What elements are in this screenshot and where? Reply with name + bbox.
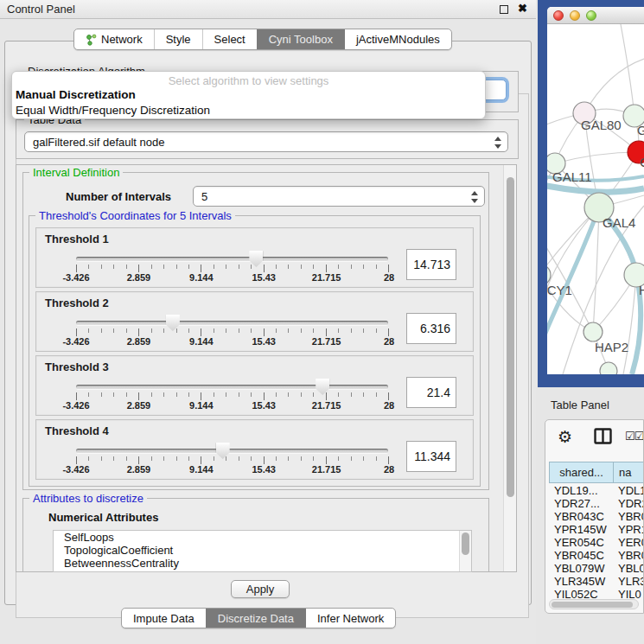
table-row[interactable]: YER054CYER0	[549, 536, 644, 549]
tab-select[interactable]: Select	[202, 29, 257, 49]
table-panel-window: ⚙ ☑☑ shared... na YDL19...YDL1 YDR27...Y…	[545, 419, 644, 614]
tab-infer-network[interactable]: Infer Network	[305, 609, 395, 628]
tab-jactivemnodules[interactable]: jActiveMNodules	[344, 29, 451, 49]
node[interactable]	[600, 362, 617, 374]
num-intervals-label: Number of Intervals	[66, 190, 171, 203]
algorithm-option-manual[interactable]: Manual Discretization	[16, 88, 136, 101]
network-window: GAL80 GA C GAL11 GAL4 GCY1 H HAP2	[547, 7, 644, 374]
algorithm-dropdown-popup: Select algorithm to view settings Manual…	[11, 71, 486, 119]
table-horizontal-scrollbar[interactable]	[549, 599, 639, 609]
svg-text:GA: GA	[637, 123, 644, 137]
table-row[interactable]: YDR27...YDR2	[549, 497, 644, 510]
slider-track[interactable]	[76, 385, 388, 389]
table-rows: YDL19...YDL1 YDR27...YDR2 YBR043CYBR0 YP…	[549, 484, 644, 601]
cyni-mode-tabs: Impute Data Discretize Data Infer Networ…	[121, 608, 396, 628]
table-data-combobox-value: galFiltered.sif default node	[33, 136, 164, 149]
threshold-2-label: Threshold 2	[45, 296, 109, 309]
table-row[interactable]: YLR345WYLR3	[549, 575, 644, 588]
control-panel: Control Panel ✖ Network Style Select Cyn…	[0, 0, 536, 644]
table-toolbar: ⚙ ☑☑	[545, 420, 643, 458]
table-row[interactable]: YBL079WYBL0	[549, 562, 644, 575]
slider-ticks	[76, 328, 389, 336]
control-panel-tabs: Network Style Select Cyni Toolbox jActiv…	[73, 29, 452, 50]
tab-cyni-toolbox[interactable]: Cyni Toolbox	[257, 29, 344, 49]
slider-track[interactable]	[76, 321, 388, 325]
svg-text:HAP2: HAP2	[595, 340, 628, 354]
gear-icon[interactable]: ⚙	[558, 427, 572, 447]
threshold-4-box: Threshold 4 -3.4262.8599.14415.4321.7152…	[35, 419, 474, 480]
close-traffic-light-icon[interactable]	[553, 10, 564, 21]
scrollbar-thumb[interactable]	[507, 177, 514, 497]
tab-network[interactable]: Network	[74, 29, 154, 49]
table-row[interactable]: YBR045CYBR0	[549, 549, 644, 562]
threshold-3-box: Threshold 3 -3.4262.8599.14415.4321.7152…	[35, 355, 474, 416]
combo-stepper-icon	[494, 136, 501, 150]
slider-ticks	[76, 456, 389, 464]
svg-text:GAL11: GAL11	[552, 169, 592, 184]
threshold-1-value-field[interactable]: 14.713	[406, 249, 456, 280]
thresholds-group-title: Threshold's Coordinates for 5 Intervals	[35, 209, 235, 222]
list-item[interactable]: TopologicalCoefficient	[54, 544, 471, 557]
slider-tick-labels: -3.4262.8599.14415.4321.71528	[76, 464, 389, 475]
threshold-3-label: Threshold 3	[45, 360, 109, 373]
threshold-4-label: Threshold 4	[45, 424, 109, 437]
network-view-frame: GAL80 GA C GAL11 GAL4 GCY1 H HAP2	[538, 0, 644, 387]
network-nodes[interactable]	[547, 102, 644, 374]
table-row[interactable]: YPR145WYPR1	[549, 523, 644, 536]
algorithm-option-equal-width[interactable]: Equal Width/Frequency Discretization	[16, 104, 210, 117]
threshold-3-value-field[interactable]: 21.4	[406, 377, 456, 408]
numerical-attributes-list[interactable]: SelfLoops TopologicalCoefficient Between…	[53, 530, 472, 572]
svg-text:GCY1: GCY1	[547, 283, 572, 297]
slider-tick-labels: -3.4262.8599.14415.4321.71528	[76, 336, 389, 348]
apply-button[interactable]: Apply	[231, 580, 290, 598]
node-hap2[interactable]	[583, 322, 603, 341]
list-item[interactable]: BetweennessCentrality	[54, 557, 471, 570]
slider-tick-labels: -3.4262.8599.14415.4321.71528	[76, 400, 389, 411]
network-canvas[interactable]: GAL80 GA C GAL11 GAL4 GCY1 H HAP2	[547, 24, 644, 374]
column-header-shared-name[interactable]: shared...	[549, 462, 614, 483]
svg-text:C: C	[640, 155, 644, 169]
slider-track[interactable]	[76, 257, 388, 261]
select-columns-checkboxes-icon[interactable]: ☑☑	[625, 430, 643, 443]
tab-discretize-data[interactable]: Discretize Data	[206, 609, 305, 628]
network-window-titlebar	[547, 7, 644, 24]
slider-ticks	[76, 392, 389, 400]
table-row[interactable]: YBR043CYBR0	[549, 510, 644, 523]
slider-track[interactable]	[76, 449, 388, 453]
threshold-2-box: Threshold 2 -3.4262.8599.14415.4321.7152…	[35, 291, 474, 352]
list-item[interactable]: SelfLoops	[54, 531, 471, 544]
float-window-icon[interactable]	[500, 5, 508, 14]
scrollbar-thumb[interactable]	[462, 532, 469, 555]
slider-tick-labels: -3.4262.8599.14415.4321.71528	[76, 272, 389, 284]
algorithm-hint: Select algorithm to view settings	[12, 74, 485, 87]
slider-ticks	[76, 265, 389, 272]
close-icon[interactable]: ✖	[518, 2, 527, 15]
threshold-1-box: Threshold 1 -3.4262.8599.14415.4321.7152…	[35, 227, 474, 288]
svg-text:GAL80: GAL80	[581, 118, 622, 132]
table-panel-title: Table Panel	[551, 399, 609, 411]
interval-definition-title: Interval Definition	[29, 166, 123, 179]
columns-icon[interactable]	[594, 428, 612, 444]
threshold-4-value-field[interactable]: 11.344	[406, 441, 456, 472]
settings-scroll-area: Interval Definition Number of Intervals …	[16, 164, 517, 572]
attributes-list-scrollbar[interactable]	[459, 531, 471, 571]
column-header-name[interactable]: na	[614, 462, 644, 483]
zoom-traffic-light-icon[interactable]	[586, 10, 596, 21]
scrollbar-thumb[interactable]	[552, 602, 633, 608]
combo-stepper-icon	[470, 190, 478, 204]
svg-text:GAL4: GAL4	[603, 215, 635, 230]
tab-style[interactable]: Style	[154, 29, 202, 49]
settings-vertical-scrollbar[interactable]	[503, 165, 516, 571]
threshold-2-value-field[interactable]: 6.316	[406, 313, 456, 344]
network-icon	[86, 34, 97, 46]
table-data-combobox[interactable]: galFiltered.sif default node	[24, 131, 508, 152]
threshold-1-label: Threshold 1	[45, 233, 109, 245]
table-header-row: shared... na	[549, 462, 644, 483]
minimize-traffic-light-icon[interactable]	[570, 10, 580, 21]
control-panel-titlebar: Control Panel ✖	[0, 0, 536, 19]
table-row[interactable]: YDL19...YDL1	[549, 484, 644, 497]
num-intervals-combobox[interactable]: 5	[193, 186, 485, 207]
attributes-group-title: Attributes to discretize	[29, 492, 147, 505]
num-intervals-value: 5	[201, 190, 207, 203]
tab-impute-data[interactable]: Impute Data	[122, 609, 206, 628]
